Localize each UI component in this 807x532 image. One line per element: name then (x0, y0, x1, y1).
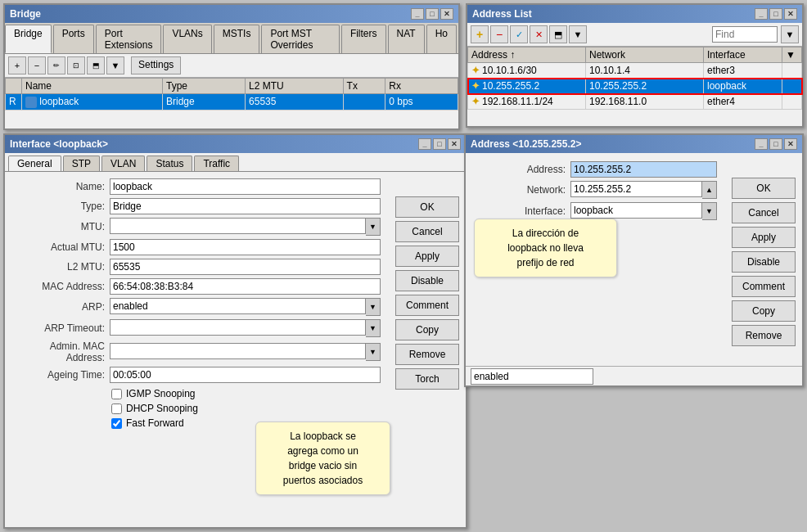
arp-timeout-dropdown-btn[interactable]: ▼ (366, 319, 381, 337)
iface-torch-btn[interactable]: Torch (395, 368, 459, 390)
addr-toolbar: + − ✓ ✕ ⬒ ▼ ▼ (467, 23, 802, 47)
addr-edit-copy-btn[interactable]: Copy (732, 300, 796, 322)
iface-ok-btn[interactable]: OK (395, 196, 459, 218)
addr-minimize-btn[interactable]: _ (755, 8, 768, 20)
addr-expand-btn[interactable]: ▼ (781, 25, 799, 43)
igmp-checkbox[interactable] (111, 389, 122, 399)
arp-timeout-input[interactable] (110, 319, 366, 336)
fast-forward-label: Fast Forward (126, 417, 184, 429)
remove-btn[interactable]: − (28, 56, 46, 74)
addr-row2-interface: loopback (704, 79, 782, 94)
addr-edit-remove-btn[interactable]: Remove (732, 325, 796, 346)
addr-row-1[interactable]: ✦10.10.1.6/30 10.10.1.4 ether3 (468, 63, 802, 79)
addr-address-row: Address: (466, 161, 724, 178)
bridge-maximize-btn[interactable]: □ (426, 8, 439, 20)
iface-tab-stp[interactable]: STP (63, 156, 100, 171)
iface-close-btn[interactable]: ✕ (448, 138, 461, 150)
admin-mac-input[interactable] (110, 343, 366, 359)
addr-interface-input[interactable] (570, 202, 702, 219)
table-row[interactable]: R loopback Bridge 65535 0 bps (6, 94, 458, 110)
iface-remove-btn[interactable]: Remove (395, 344, 459, 365)
iface-disable-btn[interactable]: Disable (395, 270, 459, 291)
bridge-minimize-btn[interactable]: _ (411, 8, 424, 20)
paste-btn[interactable]: ⬒ (87, 56, 105, 74)
addr-edit-ok-btn[interactable]: OK (732, 178, 796, 199)
col-flag (6, 79, 22, 94)
addr-row-2[interactable]: ✦10.255.255.2 10.255.255.2 loopback (468, 79, 802, 94)
addr-maximize-btn[interactable]: □ (769, 8, 782, 20)
addr-edit-close-btn[interactable]: ✕ (784, 138, 797, 150)
fast-forward-checkbox[interactable] (111, 418, 122, 429)
l2mtu-input[interactable] (110, 259, 381, 275)
addr-edit-status-input[interactable] (471, 368, 593, 385)
addr-interface-dropdown-btn[interactable]: ▼ (702, 202, 717, 220)
tab-vlans[interactable]: VLANs (163, 25, 211, 53)
addr-edit-disable-btn[interactable]: Disable (732, 251, 796, 273)
type-row: Type: (5, 198, 387, 214)
tab-ports[interactable]: Ports (53, 25, 94, 53)
addr-address-input[interactable] (570, 161, 717, 178)
arp-dropdown-btn[interactable]: ▼ (366, 298, 381, 316)
addr-table: Address ↑ Network Interface ▼ ✦10.10.1.6… (467, 47, 802, 110)
iface-tab-vlan[interactable]: VLAN (101, 156, 145, 171)
tab-mstis[interactable]: MSTIs (214, 25, 260, 53)
dhcp-checkbox[interactable] (111, 404, 122, 414)
tab-port-mst[interactable]: Port MST Overrides (261, 25, 339, 53)
bridge-tab-bar: Bridge Ports Port Extensions VLANs MSTIs… (5, 23, 458, 54)
addr-disable-btn[interactable]: ✕ (530, 25, 548, 43)
addr-edit-minimize-btn[interactable]: _ (755, 138, 768, 150)
row1-icon: ✦ (471, 65, 480, 76)
tab-ho[interactable]: Ho (426, 25, 457, 53)
mtu-input[interactable] (110, 218, 366, 234)
addr-remove-btn[interactable]: − (490, 25, 508, 43)
admin-mac-dropdown-btn[interactable]: ▼ (366, 343, 381, 361)
iface-copy-btn[interactable]: Copy (395, 319, 459, 340)
iface-apply-btn[interactable]: Apply (395, 246, 459, 267)
iface-tab-traffic[interactable]: Traffic (194, 156, 239, 171)
type-input[interactable] (110, 198, 381, 214)
loopback-tooltip: La loopback seagrega como unbridge vacio… (255, 422, 390, 495)
igmp-label: IGMP Snooping (126, 388, 196, 399)
tab-filters[interactable]: Filters (341, 25, 386, 53)
addr-edit-cancel-btn[interactable]: Cancel (732, 202, 796, 223)
mac-input[interactable] (110, 278, 381, 295)
arp-input[interactable] (110, 298, 366, 314)
actual-mtu-input[interactable] (110, 239, 381, 255)
iface-tab-status[interactable]: Status (147, 156, 192, 171)
filter-btn[interactable]: ▼ (106, 56, 124, 74)
tab-bridge[interactable]: Bridge (5, 25, 52, 53)
settings-button[interactable]: Settings (131, 56, 181, 74)
bridge-table: Name Type L2 MTU Tx Rx R loopback Bridge… (5, 78, 458, 110)
add-btn[interactable]: + (8, 56, 26, 74)
name-input[interactable] (110, 178, 381, 195)
addr-network-input[interactable] (570, 181, 702, 197)
tab-port-extensions[interactable]: Port Extensions (96, 25, 162, 53)
bridge-toolbar: + − ✏ ⊡ ⬒ ▼ Settings (5, 54, 458, 78)
addr-edit-maximize-btn[interactable]: □ (769, 138, 782, 150)
ageing-input[interactable] (110, 367, 381, 383)
mtu-dropdown-btn[interactable]: ▼ (366, 218, 381, 236)
iface-tab-general[interactable]: General (8, 156, 61, 171)
addr-copy-btn[interactable]: ⬒ (549, 25, 567, 43)
copy-btn[interactable]: ⊡ (67, 56, 85, 74)
addr-filter-btn[interactable]: ▼ (569, 25, 587, 43)
iface-maximize-btn[interactable]: □ (433, 138, 446, 150)
addr-edit-apply-btn[interactable]: Apply (732, 227, 796, 248)
iface-btn-panel: OK Cancel Apply Disable Comment Copy Rem… (395, 196, 461, 390)
iface-title: Interface <loopback> _ □ ✕ (5, 135, 466, 153)
tab-nat[interactable]: NAT (388, 25, 425, 53)
addr-close-btn[interactable]: ✕ (784, 8, 797, 20)
addr-add-btn[interactable]: + (471, 25, 489, 43)
find-input[interactable] (712, 26, 778, 43)
addr-row3-address: ✦192.168.11.1/24 (468, 94, 586, 110)
addr-enable-btn[interactable]: ✓ (510, 25, 528, 43)
iface-comment-btn[interactable]: Comment (395, 295, 459, 316)
addr-network-dropdown-btn[interactable]: ▲ (702, 181, 717, 199)
bridge-close-btn[interactable]: ✕ (440, 8, 453, 20)
iface-content: Name: Type: MTU: ▼ Actual MTU: L2 MTU: (5, 172, 466, 515)
addr-edit-comment-btn[interactable]: Comment (732, 276, 796, 297)
addr-row-3[interactable]: ✦192.168.11.1/24 192.168.11.0 ether4 (468, 94, 802, 110)
edit-btn[interactable]: ✏ (47, 56, 65, 74)
iface-minimize-btn[interactable]: _ (418, 138, 431, 150)
iface-cancel-btn[interactable]: Cancel (395, 221, 459, 242)
